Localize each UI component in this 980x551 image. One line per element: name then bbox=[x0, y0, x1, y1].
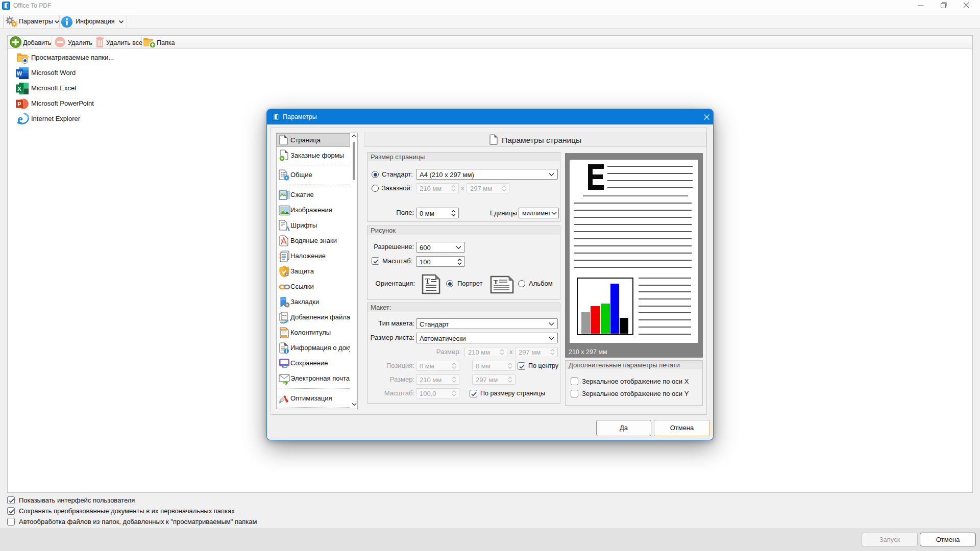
svg-text:X: X bbox=[17, 86, 21, 92]
svg-text:W: W bbox=[17, 70, 22, 77]
svg-text:T: T bbox=[494, 278, 498, 286]
svg-text:T: T bbox=[425, 278, 430, 285]
svg-text:P: P bbox=[17, 101, 21, 107]
svg-text:A: A bbox=[285, 225, 290, 232]
